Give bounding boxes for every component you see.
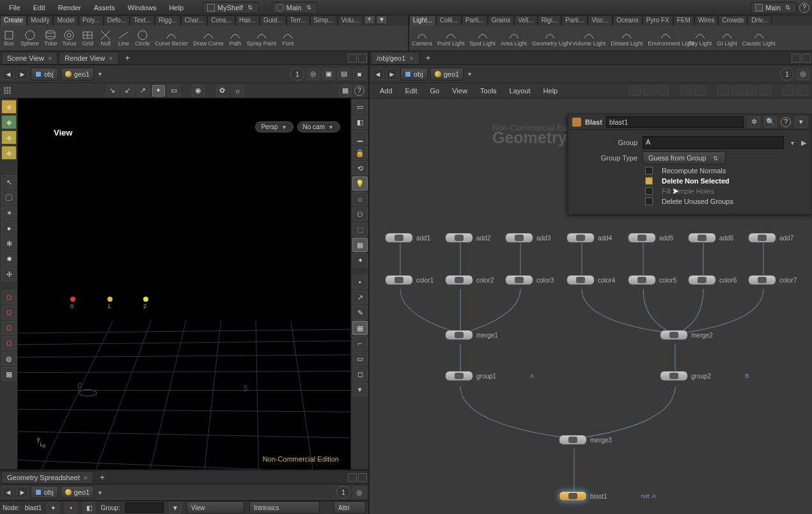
node-blast1[interactable]: blast1not: A — [559, 491, 656, 501]
shelf-tab-text[interactable]: Text... — [130, 15, 155, 26]
disp-light-button[interactable]: 💡 — [352, 176, 368, 191]
search-icon[interactable] — [783, 86, 794, 96]
status-ico3[interactable]: ◧ — [82, 502, 95, 513]
view-tool[interactable]: ▦ — [1, 367, 17, 381]
shelf-tab-driv[interactable]: Driv... — [747, 15, 771, 26]
node-add2[interactable]: add2 — [445, 233, 490, 243]
tree-icon[interactable] — [643, 86, 655, 96]
disp-wire-button[interactable]: ▭ — [352, 100, 368, 114]
shelf-tab-cons[interactable]: Cons... — [207, 15, 235, 26]
tool-camera[interactable]: Camera — [409, 27, 435, 48]
nav-forward-button[interactable]: ► — [386, 68, 398, 80]
select-edge-tool[interactable]: ◆ — [1, 130, 17, 144]
gizmo-tool[interactable]: ✢ — [1, 267, 17, 281]
tool-draw-curve[interactable]: Draw Curve — [191, 27, 226, 48]
node-color6[interactable]: color6 — [688, 275, 737, 285]
disp-grid-button[interactable]: ▦ — [352, 321, 368, 335]
grid-small-icon[interactable] — [680, 86, 692, 96]
disp-lock-button[interactable]: 🔒 — [352, 146, 368, 160]
nav-back-button[interactable]: ◄ — [3, 68, 14, 80]
path-chip-obj[interactable]: obj — [400, 68, 428, 81]
arrow-tool[interactable]: ↖ — [1, 175, 17, 189]
disp-headlight-button[interactable]: ☼ — [352, 192, 368, 206]
disp-flat-button[interactable]: ▁ — [352, 130, 368, 144]
shelf-tab-modify[interactable]: Modify — [27, 15, 53, 26]
ghost-icon[interactable]: ▤ — [338, 68, 350, 80]
close-icon[interactable]: × — [84, 474, 88, 481]
shelf-tab-colli[interactable]: Colli... — [436, 15, 462, 26]
nav-forward-button[interactable]: ► — [17, 487, 28, 498]
close-icon[interactable]: × — [48, 54, 52, 62]
tab-render-view[interactable]: Render View × — [59, 52, 118, 65]
help-icon[interactable]: ? — [781, 117, 791, 127]
tool-volume-light[interactable]: Volume Light — [570, 27, 608, 48]
magnet-z-tool[interactable]: Ω — [1, 321, 17, 335]
scatter-tool[interactable]: ● — [1, 221, 17, 235]
camera-persp-dropdown[interactable]: Persp▾ — [255, 121, 293, 132]
snap-button[interactable]: ↘ — [106, 85, 119, 97]
chevron-down-icon[interactable]: ▾ — [97, 70, 104, 77]
snap-grid-button[interactable]: ↙ — [121, 85, 134, 97]
param-name-field[interactable]: blast1 — [606, 116, 744, 128]
path-chip-node[interactable]: geo1 — [61, 68, 94, 81]
netmenu-help[interactable]: Help — [537, 85, 565, 97]
tool-point-light[interactable]: Point Light — [435, 27, 467, 48]
select-object-tool[interactable]: ◆ — [1, 100, 17, 114]
shelf-tab-rigi[interactable]: Rigi... — [538, 15, 562, 26]
tool-box[interactable]: Box — [0, 27, 18, 48]
disp-vis-button[interactable]: ✦ — [352, 253, 368, 267]
shelf-add-button[interactable]: + — [364, 15, 375, 24]
disp-link-button[interactable]: ⟲ — [352, 161, 368, 175]
menu-assets[interactable]: Assets — [88, 2, 121, 13]
search-icon[interactable]: 🔍 — [764, 116, 777, 128]
disp-tangent-button[interactable]: ✎ — [352, 306, 368, 320]
snap-multi-button[interactable]: ✦ — [152, 85, 165, 97]
add-tab-button[interactable]: + — [95, 471, 110, 484]
filter-button[interactable]: ▼ — [169, 502, 182, 513]
shelf-tab-crowds[interactable]: Crowds — [718, 15, 747, 26]
chevron-down-icon[interactable]: ▾ — [789, 139, 796, 146]
pane-maximize-button[interactable] — [792, 54, 800, 63]
shelf-tab-rigg[interactable]: Rigg... — [155, 15, 181, 26]
shelf-tab-pyrofx[interactable]: Pyro FX — [643, 15, 673, 26]
gear-icon[interactable]: ✲ — [747, 116, 760, 128]
checkbox-delete-unused-groups[interactable] — [645, 198, 653, 205]
3d-viewport[interactable]: 0 5 View Persp▾ No cam▾ 012 y └x Non-Com… — [18, 98, 350, 469]
node-merge3[interactable]: merge3 — [559, 435, 612, 445]
sticky-icon[interactable] — [717, 86, 729, 96]
path-chip-obj[interactable]: obj — [31, 68, 58, 81]
close-icon[interactable]: × — [109, 54, 113, 62]
menu-icon[interactable]: ▾ — [795, 116, 808, 128]
render-settings-button[interactable]: ☼ — [231, 85, 244, 97]
tool-null[interactable]: Null — [97, 27, 114, 48]
checkbox-fill-simple-holes[interactable] — [645, 187, 653, 195]
view-mode-button[interactable]: ▭ — [168, 85, 180, 97]
pane-menu-button[interactable] — [358, 473, 367, 482]
param-group-input[interactable]: A — [643, 136, 784, 149]
select-prim-tool[interactable]: ◆ — [1, 115, 17, 129]
tool-area-light[interactable]: Area Light — [498, 27, 529, 48]
add-tab-button[interactable]: + — [421, 51, 436, 65]
netmenu-go[interactable]: Go — [424, 85, 446, 97]
node-color4[interactable]: color4 — [566, 275, 615, 285]
view-dropdown[interactable]: View — [187, 501, 244, 514]
menu-help[interactable]: Help — [162, 2, 190, 13]
pin-toggle[interactable]: 1 — [290, 68, 304, 81]
shelf-tab-grains[interactable]: Grains — [488, 15, 514, 26]
image-icon[interactable] — [746, 86, 757, 96]
shelf-tab-fem[interactable]: FEM — [673, 15, 694, 26]
shelf-menu-button[interactable]: ▾ — [376, 15, 387, 24]
flipbook-button[interactable]: ◉ — [192, 85, 205, 97]
pane-maximize-button[interactable] — [348, 473, 357, 482]
grip-handle[interactable] — [4, 87, 11, 94]
shelf-tab-create[interactable]: Create — [0, 15, 27, 26]
tool-environment-light[interactable]: Environment Light — [645, 27, 685, 48]
shelf-tab-visc[interactable]: Visc... — [588, 15, 613, 26]
node-merge2[interactable]: merge2 — [660, 330, 713, 340]
disp-arrow-button[interactable]: ▭ — [352, 352, 368, 366]
viewport-help-icon[interactable]: ? — [354, 86, 364, 96]
tool-tube[interactable]: Tube — [42, 27, 59, 48]
muscle-tool[interactable]: ✻ — [1, 237, 17, 251]
tab-scene-view[interactable]: Scene View × — [1, 52, 58, 65]
viewport-point-1[interactable] — [107, 297, 113, 302]
